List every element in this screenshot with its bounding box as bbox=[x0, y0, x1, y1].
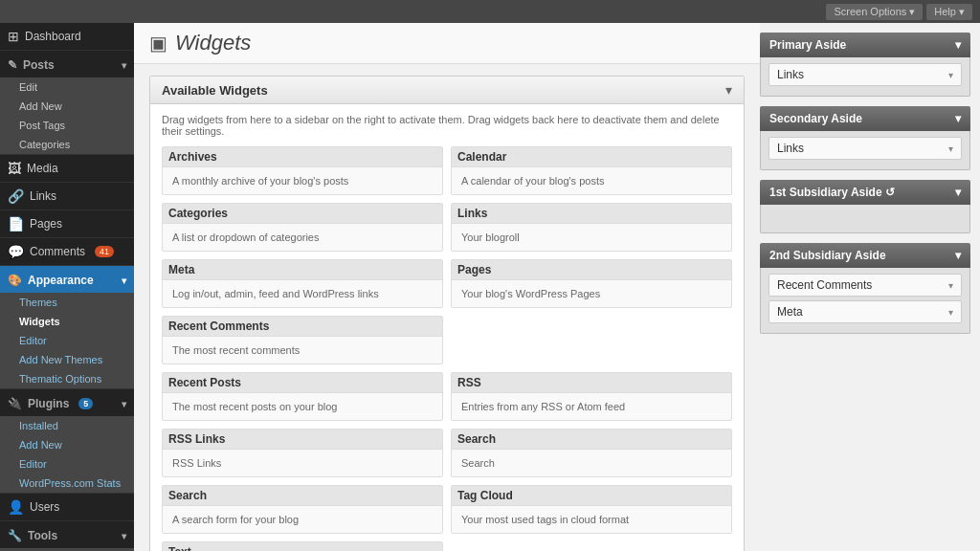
widget-tag-cloud[interactable]: Tag Cloud Your most used tags in cloud f… bbox=[451, 485, 732, 534]
widget-meta[interactable]: Meta Log in/out, admin, feed and WordPre… bbox=[162, 259, 443, 308]
sidebar-item-pages[interactable]: 📄 Pages bbox=[0, 210, 134, 237]
first-subsidiary-aside-panel: 1st Subsidiary Aside ↺ ▾ bbox=[760, 180, 970, 233]
dashboard-icon: ⊞ bbox=[8, 29, 19, 44]
plugins-badge: 5 bbox=[78, 398, 93, 409]
secondary-aside-arrow-icon: ▾ bbox=[955, 112, 961, 125]
widget-links-title: Links bbox=[452, 204, 731, 224]
widget-search[interactable]: Search A search form for your blog bbox=[162, 485, 443, 534]
primary-aside-arrow-icon: ▾ bbox=[955, 38, 961, 52]
widget-recent-comments-title: Recent Comments bbox=[163, 317, 442, 337]
sidebar-section-tools: 🔧 Tools ▾ Tools Import bbox=[0, 521, 134, 551]
sidebar-item-users[interactable]: 👤 Users bbox=[0, 494, 134, 520]
widget-pages[interactable]: Pages Your blog's WordPress Pages bbox=[451, 259, 732, 308]
widget-rss-links[interactable]: RSS Links RSS Links bbox=[162, 429, 443, 477]
sidebar-header-posts[interactable]: ✎ Posts ▾ bbox=[0, 51, 134, 77]
second-subsidiary-recent-comments-label: Recent Comments bbox=[777, 278, 872, 292]
second-subsidiary-aside-body: Recent Comments ▾ Meta ▾ bbox=[760, 268, 970, 334]
widget-search-right[interactable]: Search Search bbox=[451, 429, 732, 477]
widget-archives[interactable]: Archives A monthly archive of your blog'… bbox=[162, 146, 443, 195]
widget-recent-posts-desc: The most recent posts on your blog bbox=[172, 397, 433, 414]
sidebar-item-add-new-post[interactable]: Add New bbox=[0, 97, 134, 116]
users-label: Users bbox=[30, 500, 59, 514]
sidebar-item-edit[interactable]: Edit bbox=[0, 77, 134, 97]
sidebar-item-thematic-options[interactable]: Thematic Options bbox=[0, 369, 134, 388]
first-subsidiary-aside-header[interactable]: 1st Subsidiary Aside ↺ ▾ bbox=[760, 180, 970, 205]
comments-label: Comments bbox=[30, 245, 85, 258]
sidebar-item-dashboard[interactable]: ⊞ Dashboard bbox=[0, 23, 134, 50]
sidebar-header-plugins[interactable]: 🔌 Plugins 5 ▾ bbox=[0, 389, 134, 416]
available-widgets-arrow-icon: ▾ bbox=[725, 82, 732, 98]
sidebar-header-tools[interactable]: 🔧 Tools ▾ bbox=[0, 521, 134, 548]
primary-links-arrow-icon: ▾ bbox=[948, 70, 953, 80]
primary-links-label: Links bbox=[777, 68, 804, 81]
widget-meta-desc: Log in/out, admin, feed and WordPress li… bbox=[172, 284, 433, 301]
second-subsidiary-recent-comments-widget[interactable]: Recent Comments ▾ bbox=[768, 274, 962, 297]
content-area: Available Widgets ▾ Drag widgets from he… bbox=[134, 64, 760, 551]
primary-aside-header[interactable]: Primary Aside ▾ bbox=[760, 33, 970, 57]
sidebar-section-media: 🖼 Media bbox=[0, 155, 134, 183]
sidebar-item-installed[interactable]: Installed bbox=[0, 416, 134, 435]
widget-categories[interactable]: Categories A list or dropdown of categor… bbox=[162, 203, 443, 252]
second-subsidiary-aside-header[interactable]: 2nd Subsidiary Aside ▾ bbox=[760, 243, 970, 268]
right-sidebar: Primary Aside ▾ Links ▾ Secondary Aside … bbox=[760, 23, 980, 551]
widget-rss-links-desc: RSS Links bbox=[172, 453, 433, 471]
secondary-aside-body: Links ▾ bbox=[760, 131, 970, 170]
media-icon: 🖼 bbox=[8, 161, 21, 176]
widget-meta-title: Meta bbox=[163, 260, 442, 280]
sidebar-section-plugins: 🔌 Plugins 5 ▾ Installed Add New Editor W… bbox=[0, 389, 134, 494]
sidebar-section-posts: ✎ Posts ▾ Edit Add New Post Tags Categor… bbox=[0, 51, 134, 155]
widget-tag-cloud-desc: Your most used tags in cloud format bbox=[461, 510, 722, 527]
sidebar-item-categories[interactable]: Categories bbox=[0, 135, 134, 154]
pages-icon: 📄 bbox=[8, 216, 24, 231]
secondary-aside-header[interactable]: Secondary Aside ▾ bbox=[760, 106, 970, 131]
available-widgets-header[interactable]: Available Widgets ▾ bbox=[150, 77, 744, 104]
widget-calendar-desc: A calendar of your blog's posts bbox=[461, 171, 722, 188]
widget-links[interactable]: Links Your blogroll bbox=[451, 203, 732, 252]
sidebar-section-appearance: 🎨 Appearance ▾ Themes Widgets Editor Add… bbox=[0, 266, 134, 389]
widget-recent-posts[interactable]: Recent Posts The most recent posts on yo… bbox=[162, 372, 443, 421]
sidebar-item-editor[interactable]: Editor bbox=[0, 331, 134, 350]
widget-rss[interactable]: RSS Entries from any RSS or Atom feed bbox=[451, 372, 732, 421]
first-subsidiary-aside-title: 1st Subsidiary Aside ↺ bbox=[769, 186, 895, 199]
page-header: ▣ Widgets bbox=[134, 23, 760, 64]
posts-icon: ✎ bbox=[8, 58, 17, 72]
sidebar-item-add-new-plugin[interactable]: Add New bbox=[0, 435, 134, 454]
sidebar-section-users: 👤 Users bbox=[0, 494, 134, 521]
sidebar-item-media[interactable]: 🖼 Media bbox=[0, 155, 134, 182]
widget-rss-links-title: RSS Links bbox=[163, 430, 442, 450]
widgets-page-icon: ▣ bbox=[149, 32, 167, 55]
sidebar-item-post-tags[interactable]: Post Tags bbox=[0, 116, 134, 135]
widget-pages-desc: Your blog's WordPress Pages bbox=[461, 284, 722, 301]
sidebar-item-comments[interactable]: 💬 Comments 41 bbox=[0, 238, 134, 265]
sidebar-item-widgets[interactable]: Widgets bbox=[0, 312, 134, 331]
available-widgets-body: Drag widgets from here to a sidebar on t… bbox=[150, 104, 744, 551]
widget-archives-desc: A monthly archive of your blog's posts bbox=[172, 171, 433, 188]
screen-options-button[interactable]: Screen Options ▾ bbox=[826, 4, 923, 20]
app-layout: ⊞ Dashboard ✎ Posts ▾ Edit Add New Post … bbox=[0, 23, 980, 551]
sidebar-item-links[interactable]: 🔗 Links bbox=[0, 183, 134, 209]
widget-calendar[interactable]: Calendar A calendar of your blog's posts bbox=[451, 146, 732, 195]
sidebar-item-plugin-editor[interactable]: Editor bbox=[0, 454, 134, 474]
sidebar-item-add-new-themes[interactable]: Add New Themes bbox=[0, 350, 134, 369]
secondary-aside-links-widget[interactable]: Links ▾ bbox=[768, 137, 962, 160]
sidebar-item-themes[interactable]: Themes bbox=[0, 293, 134, 312]
posts-label: Posts bbox=[23, 58, 55, 72]
sidebar-header-appearance[interactable]: 🎨 Appearance ▾ bbox=[0, 266, 134, 293]
widget-recent-comments-desc: The most recent comments bbox=[172, 341, 433, 358]
tools-icon: 🔧 bbox=[8, 529, 22, 542]
sidebar-item-wp-stats[interactable]: WordPress.com Stats bbox=[0, 474, 134, 493]
main-content: ▣ Widgets Available Widgets ▾ Drag widge… bbox=[134, 23, 760, 551]
primary-aside-links-widget[interactable]: Links ▾ bbox=[768, 63, 962, 86]
widget-search-right-title: Search bbox=[452, 430, 731, 450]
help-button[interactable]: Help ▾ bbox=[926, 4, 972, 20]
plugins-label: Plugins bbox=[28, 397, 69, 410]
widget-pages-title: Pages bbox=[452, 260, 731, 280]
second-subsidiary-aside-panel: 2nd Subsidiary Aside ▾ Recent Comments ▾… bbox=[760, 243, 970, 334]
widget-text[interactable]: Text Arbitrary text or HTML bbox=[162, 541, 443, 551]
widget-recent-comments[interactable]: Recent Comments The most recent comments bbox=[162, 316, 443, 364]
links-label: Links bbox=[30, 189, 56, 203]
links-icon: 🔗 bbox=[8, 188, 24, 204]
second-subsidiary-meta-widget[interactable]: Meta ▾ bbox=[768, 300, 962, 323]
secondary-links-arrow-icon: ▾ bbox=[948, 143, 953, 154]
primary-aside-panel: Primary Aside ▾ Links ▾ bbox=[760, 33, 970, 97]
